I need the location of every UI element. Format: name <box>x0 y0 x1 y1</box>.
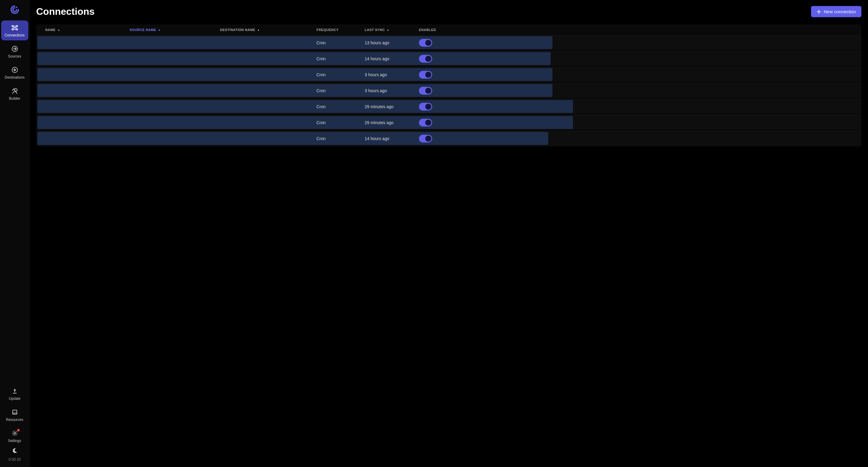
sort-asc-icon: ▲ <box>387 29 390 31</box>
last-sync-cell: 29 minutes ago <box>365 104 419 109</box>
table-row[interactable]: Cron3 hours ago <box>37 83 861 98</box>
redacted-region <box>37 84 553 97</box>
enabled-cell <box>419 55 455 63</box>
col-name-label: Name <box>45 28 56 32</box>
toggle-thumb <box>425 40 431 46</box>
nav-connections[interactable]: Connections <box>1 21 28 40</box>
nav-label: Connections <box>4 33 25 37</box>
main-content: Connections New connection Name ▲ Source… <box>30 0 868 467</box>
connections-icon <box>11 24 19 31</box>
destinations-icon <box>11 66 19 73</box>
frequency-cell: Cron <box>316 104 365 109</box>
update-icon <box>11 387 19 395</box>
svg-point-0 <box>16 7 17 8</box>
toggle-thumb <box>425 56 431 62</box>
table-header: Name ▲ Source Name ▲ Destination Name ▲ … <box>36 24 861 35</box>
nav-destinations[interactable]: Destinations <box>1 63 28 83</box>
enabled-toggle[interactable] <box>419 55 432 63</box>
nav-label: Update <box>9 397 21 401</box>
resources-icon <box>11 409 19 416</box>
frequency-cell: Cron <box>316 56 365 61</box>
nav-update[interactable]: Update <box>1 384 28 404</box>
toggle-thumb <box>425 104 431 110</box>
last-sync-cell: 29 minutes ago <box>365 120 419 125</box>
table-row[interactable]: Cron14 hours ago <box>37 51 861 66</box>
nav-label: Builder <box>9 96 20 101</box>
nav-label: Destinations <box>4 75 24 80</box>
theme-toggle[interactable] <box>11 447 19 454</box>
sort-asc-icon: ▲ <box>57 29 60 31</box>
enabled-toggle[interactable] <box>419 39 432 47</box>
settings-icon <box>11 430 19 437</box>
redacted-region <box>37 68 553 81</box>
col-destination[interactable]: Destination Name ▲ <box>220 28 316 32</box>
nav-label: Settings <box>8 439 21 443</box>
sidebar: Connections Sources Destinations Builder <box>0 0 30 467</box>
moon-icon <box>12 448 18 454</box>
sort-asc-icon: ▲ <box>158 29 161 31</box>
connections-table: Name ▲ Source Name ▲ Destination Name ▲ … <box>36 24 861 147</box>
frequency-cell: Cron <box>316 88 365 93</box>
col-name[interactable]: Name ▲ <box>45 28 130 32</box>
toggle-thumb <box>425 88 431 94</box>
enabled-cell <box>419 119 455 127</box>
redacted-region <box>37 100 573 113</box>
enabled-cell <box>419 39 455 47</box>
nav-secondary: Update Resources Settings 0.50.33 <box>0 384 29 467</box>
frequency-cell: Cron <box>316 40 365 45</box>
nav-builder[interactable]: Builder <box>1 84 28 104</box>
col-destination-label: Destination Name <box>220 28 255 32</box>
enabled-cell <box>419 135 455 143</box>
enabled-toggle[interactable] <box>419 119 432 127</box>
enabled-cell <box>419 71 455 79</box>
nav-label: Resources <box>6 417 23 422</box>
col-last-sync[interactable]: Last Sync ▲ <box>365 28 419 32</box>
table-row[interactable]: Cron14 hours ago <box>37 131 861 146</box>
enabled-cell <box>419 87 455 95</box>
nav-sources[interactable]: Sources <box>1 41 28 61</box>
sources-icon <box>11 45 19 53</box>
new-connection-button[interactable]: New connection <box>811 6 861 17</box>
toggle-thumb <box>425 72 431 78</box>
col-source-label: Source Name <box>130 28 156 32</box>
table-row[interactable]: Cron3 hours ago <box>37 67 861 82</box>
last-sync-cell: 13 hours ago <box>365 40 419 45</box>
last-sync-cell: 14 hours ago <box>365 136 419 141</box>
redacted-region <box>37 52 551 65</box>
last-sync-cell: 14 hours ago <box>365 56 419 61</box>
col-enabled[interactable]: Enabled <box>419 28 455 32</box>
frequency-cell: Cron <box>316 120 365 125</box>
col-frequency-label: Frequency <box>316 28 339 32</box>
last-sync-cell: 3 hours ago <box>365 72 419 77</box>
col-frequency[interactable]: Frequency <box>316 28 365 32</box>
table-row[interactable]: Cron29 minutes ago <box>37 99 861 114</box>
col-source[interactable]: Source Name ▲ <box>130 28 220 32</box>
frequency-cell: Cron <box>316 136 365 141</box>
table-row[interactable]: Cron29 minutes ago <box>37 115 861 130</box>
nav-resources[interactable]: Resources <box>1 405 28 425</box>
redacted-region <box>37 132 548 145</box>
version-label: 0.50.33 <box>8 456 21 465</box>
redacted-region <box>37 116 573 129</box>
nav-settings[interactable]: Settings <box>1 426 28 446</box>
plus-icon <box>816 9 821 14</box>
builder-icon <box>11 87 19 95</box>
table-body: Cron13 hours agoCron14 hours agoCron3 ho… <box>36 35 861 147</box>
enabled-toggle[interactable] <box>419 87 432 95</box>
svg-rect-8 <box>13 410 17 414</box>
nav-label: Sources <box>8 54 21 58</box>
page-title: Connections <box>36 6 95 17</box>
enabled-toggle[interactable] <box>419 103 432 111</box>
nav-primary: Connections Sources Destinations Builder <box>0 21 29 104</box>
page-header: Connections New connection <box>36 6 861 17</box>
logo <box>9 4 21 16</box>
table-row[interactable]: Cron13 hours ago <box>37 35 861 50</box>
enabled-cell <box>419 103 455 111</box>
svg-point-7 <box>14 69 16 70</box>
redacted-region <box>37 36 553 49</box>
enabled-toggle[interactable] <box>419 135 432 143</box>
col-enabled-label: Enabled <box>419 28 436 32</box>
logo-icon <box>9 5 20 15</box>
toggle-thumb <box>425 135 431 142</box>
enabled-toggle[interactable] <box>419 71 432 79</box>
